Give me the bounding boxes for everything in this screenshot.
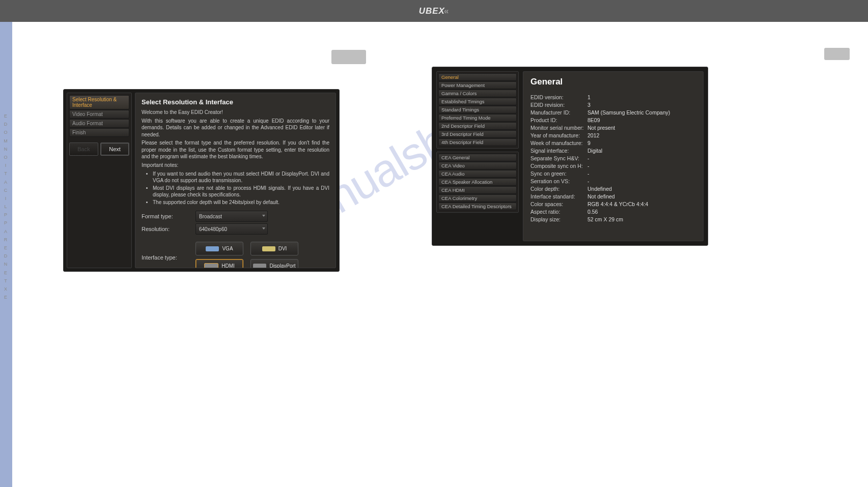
top-bar: UBEX: [0, 0, 868, 22]
brand-logo: UBEX: [419, 6, 450, 16]
